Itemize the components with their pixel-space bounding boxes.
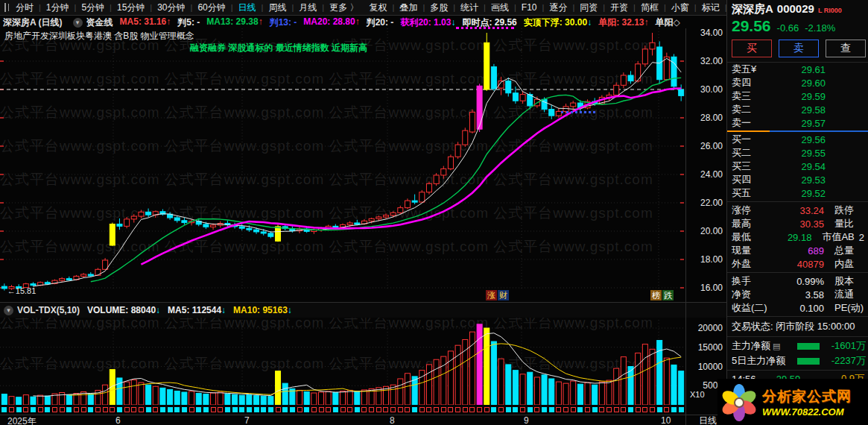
list-icon[interactable]: ▤ xyxy=(773,341,780,351)
order-book-row[interactable]: 买五29.52 xyxy=(727,186,868,200)
ribbon-day-square xyxy=(74,407,79,412)
query-button[interactable]: 查 xyxy=(826,40,866,57)
trade-status: 交易状态: 闭市阶段 15:00:00 xyxy=(727,318,868,335)
indicator-value-6: 判20: - xyxy=(367,16,394,29)
order-book-row[interactable]: 卖二29.58 xyxy=(727,103,868,116)
ribbon-day-square xyxy=(506,407,511,412)
stat-label: 涨停 xyxy=(732,204,770,217)
stat-row: 现量689总量 xyxy=(727,244,868,257)
ribbon-day-square xyxy=(491,407,496,412)
ribbon-day-square xyxy=(636,407,641,412)
ribbon-day-square xyxy=(153,407,158,412)
order-book-row[interactable]: 买三29.54 xyxy=(727,160,868,173)
menu-item-10[interactable]: 更多 〉 xyxy=(324,2,364,13)
stat-value: 30.35 xyxy=(770,218,824,230)
bid-price: 29.52 xyxy=(767,188,826,199)
bid-price: 29.53 xyxy=(767,174,826,186)
menu-item-4[interactable]: 15分钟 xyxy=(112,2,150,13)
tool-item-8[interactable]: 同资 xyxy=(574,2,603,13)
stat-row: 换手0.99%股本 xyxy=(727,274,868,288)
trend-arrow-icon: ↑ xyxy=(355,16,360,27)
window-layout-icon[interactable] xyxy=(4,3,6,12)
price-axis-label: 20.00 xyxy=(700,226,723,236)
stock-flags-badge: L RI000 xyxy=(818,7,842,14)
menu-item-2[interactable]: 1分钟 xyxy=(41,2,75,13)
order-book-row[interactable]: 买一29.56 xyxy=(727,133,868,146)
ribbon-day-square xyxy=(614,407,619,412)
tool-item-10[interactable]: 简框 xyxy=(636,2,664,13)
indicator-text: MA10: 95163 xyxy=(233,305,288,315)
event-badge[interactable]: 榜 xyxy=(650,290,662,300)
ribbon-day-square xyxy=(268,407,273,412)
tool-item-4[interactable]: 统计 xyxy=(455,2,484,13)
order-book-row[interactable]: 卖四29.60 xyxy=(727,76,868,89)
tool-item-12[interactable]: 标记 xyxy=(697,2,725,13)
menu-item-5[interactable]: 30分钟 xyxy=(152,2,190,13)
buy-button[interactable]: 买 xyxy=(732,40,772,57)
menu-item-6[interactable]: 60分钟 xyxy=(192,2,230,13)
menu-item-8[interactable]: 周线 xyxy=(263,2,291,13)
stat-row: 涨停33.24跌停 xyxy=(727,204,868,217)
volume-chart[interactable] xyxy=(0,317,685,405)
stat-label: 现量 xyxy=(732,244,770,257)
ribbon-day-square xyxy=(592,407,598,412)
ask-price: 29.60 xyxy=(767,78,826,89)
price-axis-label: 32.00 xyxy=(700,56,723,66)
sell-button[interactable]: 卖 xyxy=(779,40,819,57)
ribbon-day-square xyxy=(405,407,410,412)
tool-item-6[interactable]: F10 xyxy=(516,2,542,13)
candlestick-chart[interactable] xyxy=(0,28,685,291)
event-badge[interactable]: 跌 xyxy=(662,290,674,300)
order-book-row[interactable]: 卖五¥29.61 xyxy=(727,63,868,76)
ribbon-day-square xyxy=(463,407,468,412)
event-badge[interactable]: 财 xyxy=(498,290,509,300)
indicator-value-11: 单阳◇ xyxy=(656,16,680,29)
menu-item-9[interactable]: 月线 xyxy=(294,2,322,13)
ribbon-day-square xyxy=(571,407,576,412)
stat-label: 外盘 xyxy=(732,257,770,271)
ribbon-day-square xyxy=(160,407,165,412)
trend-arrow-icon: ↑ xyxy=(259,16,263,27)
stat-value: 29.18 xyxy=(765,232,811,243)
tool-item-11[interactable]: 小窗 xyxy=(666,2,694,13)
ribbon-day-square xyxy=(131,407,136,412)
day-direction-ribbon[interactable] xyxy=(0,407,685,415)
tool-item-5[interactable]: 画线 xyxy=(486,2,514,13)
ribbon-day-square xyxy=(139,407,144,412)
menu-item-7[interactable]: 日线 xyxy=(233,2,262,13)
ribbon-day-square xyxy=(671,407,677,412)
ribbon-day-square xyxy=(355,407,360,412)
order-book-row[interactable]: 卖三29.59 xyxy=(727,89,868,103)
ribbon-day-square xyxy=(297,407,302,412)
volume-indicator-name[interactable]: VOL-TDX(5,10) xyxy=(17,305,80,315)
tdx-stock-app: 分时|1分钟|5分钟|15分钟|30分钟|60分钟|日线|周线|月线|更多 〉 … xyxy=(0,0,868,425)
ribbon-day-square xyxy=(333,407,338,412)
trend-arrow-icon: ↓ xyxy=(221,305,226,315)
signal-dots-blue xyxy=(561,111,595,113)
bid-price: 29.54 xyxy=(767,161,826,172)
tool-item-1[interactable]: 复权 xyxy=(364,2,393,13)
order-book-row[interactable]: 买二29.55 xyxy=(727,146,868,160)
menu-item-1[interactable]: 分时 xyxy=(10,2,39,13)
ribbon-day-square xyxy=(549,407,554,412)
tool-item-7[interactable]: 逐分 xyxy=(544,2,572,13)
ask-price: 29.58 xyxy=(767,104,826,116)
chevron-down-icon[interactable]: ▾ xyxy=(4,306,13,315)
indicator-value-2: 判5: - xyxy=(177,16,200,29)
top-menu-bar: 分时|1分钟|5分钟|15分钟|30分钟|60分钟|日线|周线|月线|更多 〉 … xyxy=(0,0,726,16)
tool-item-2[interactable]: 叠加 xyxy=(394,2,422,13)
ribbon-day-square xyxy=(534,407,539,412)
fund-line-label[interactable]: 资金线 xyxy=(86,16,113,29)
chevron-down-icon[interactable]: ▾ xyxy=(73,18,83,28)
order-book-row[interactable]: 买四29.53 xyxy=(727,173,868,186)
ribbon-day-square xyxy=(174,407,180,412)
tool-item-9[interactable]: 开资 xyxy=(605,2,633,13)
event-badge[interactable]: 涨 xyxy=(486,290,497,300)
ribbon-day-square xyxy=(455,407,460,412)
tool-item-3[interactable]: 多股 xyxy=(425,2,453,13)
menu-item-3[interactable]: 5分钟 xyxy=(76,2,110,13)
order-book-row[interactable]: 卖一29.57 xyxy=(727,116,868,130)
ask-label: 卖一 xyxy=(732,116,767,130)
ribbon-day-square xyxy=(146,407,151,412)
book-divider xyxy=(727,130,868,132)
